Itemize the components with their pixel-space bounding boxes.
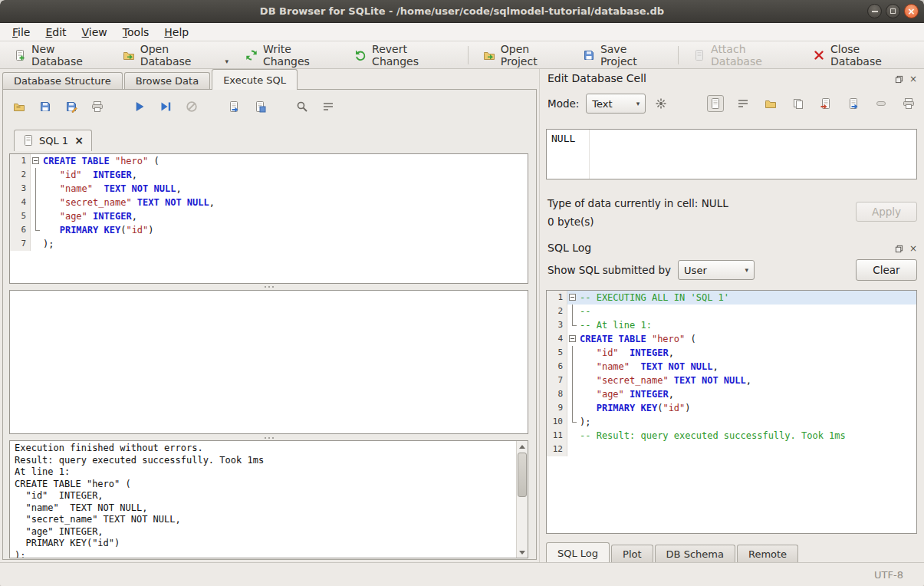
save-sql-file-button[interactable]	[37, 98, 54, 115]
splitter-handle-2[interactable]	[9, 435, 528, 440]
close-tab-icon[interactable]: ×	[74, 135, 84, 146]
left-panel: Database StructureBrowse DataExecute SQL…	[0, 69, 539, 562]
word-wrap-button[interactable]	[320, 98, 337, 115]
cell-editor[interactable]: NULL	[546, 129, 917, 179]
dropdown-caret-icon[interactable]: ▾	[225, 58, 229, 67]
tab-sql-1[interactable]: SQL 1 ×	[14, 130, 92, 151]
menu-view[interactable]: View	[74, 24, 115, 41]
tab-db-schema[interactable]: DB Schema	[655, 545, 735, 562]
execute-all-button[interactable]	[131, 98, 148, 115]
tab-execute-sql[interactable]: Execute SQL	[212, 69, 298, 90]
sql-toolbar	[11, 96, 531, 117]
scrollbar[interactable]	[516, 441, 528, 558]
open-data-button[interactable]	[762, 95, 779, 112]
menu-tools[interactable]: Tools	[115, 24, 157, 41]
revert-changes-button[interactable]: Revert Changes	[347, 39, 461, 71]
write-changes-button[interactable]: Write Changes	[238, 39, 345, 71]
submitter-select[interactable]: User ▾	[678, 260, 755, 280]
cell-size-info: 0 byte(s)	[547, 216, 594, 228]
clear-button[interactable]: Clear	[856, 259, 917, 281]
line-number: 10	[547, 415, 567, 429]
open-database-button[interactable]: Open Database▾	[115, 39, 236, 71]
scrollbar-thumb[interactable]	[518, 453, 527, 497]
float-panel-icon[interactable]	[894, 74, 903, 84]
line-number: 6	[10, 223, 31, 237]
export-csv-button[interactable]	[225, 98, 242, 115]
save-sql-as-button[interactable]	[63, 98, 80, 115]
new-database-button[interactable]: New Database	[6, 39, 113, 71]
save-sql-as-icon	[65, 100, 77, 113]
titlebar[interactable]: DB Browser for SQLite - /home/user/code/…	[0, 0, 924, 23]
chevron-down-icon: ▾	[745, 266, 749, 274]
attach-database-button[interactable]: Attach Database	[686, 39, 804, 71]
export-data-button[interactable]	[845, 95, 862, 112]
tab-plot[interactable]: Plot	[611, 545, 653, 562]
scroll-down-icon[interactable]	[517, 547, 528, 558]
toolbar-button-label: Revert Changes	[372, 43, 453, 67]
code-line-body: --	[567, 305, 916, 318]
set-null-button[interactable]	[873, 95, 889, 112]
tab-browse-data[interactable]: Browse Data	[124, 72, 211, 90]
print-button[interactable]	[900, 95, 917, 112]
find-replace-button[interactable]	[294, 98, 311, 115]
menu-edit[interactable]: Edit	[38, 24, 74, 41]
mode-label: Mode:	[547, 97, 579, 110]
close-button[interactable]: ×	[904, 4, 919, 18]
fold-toggle-icon[interactable]	[569, 294, 576, 301]
stop-button[interactable]	[183, 98, 200, 115]
filter-label: Show SQL submitted by	[547, 264, 671, 276]
print-button[interactable]	[89, 98, 106, 115]
line-number: 7	[547, 374, 567, 387]
output-line: CREATE TABLE "hero" (	[15, 479, 512, 491]
maximize-button[interactable]	[886, 4, 900, 18]
code-line: 1-- EXECUTING ALL IN 'SQL 1'	[547, 291, 916, 305]
minimize-button[interactable]	[867, 4, 882, 18]
close-panel-icon[interactable]: ×	[909, 244, 918, 253]
scroll-up-icon[interactable]	[517, 441, 528, 452]
code-text: "age" INTEGER,	[41, 209, 137, 223]
find-replace-icon	[296, 100, 308, 113]
minimize-icon	[872, 11, 878, 12]
output-line: At line 1:	[15, 466, 512, 479]
tab-remote[interactable]: Remote	[737, 545, 798, 562]
fold-toggle-icon[interactable]	[32, 157, 39, 164]
save-project-button[interactable]: Save Project	[575, 39, 671, 71]
menu-file[interactable]: File	[5, 24, 38, 41]
output-line: "name" TEXT NOT NULL,	[15, 502, 512, 515]
line-number: 2	[547, 305, 567, 318]
copy-data-button[interactable]	[790, 95, 807, 112]
import-data-button[interactable]	[817, 95, 834, 112]
sql-log-view[interactable]: 1-- EXECUTING ALL IN 'SQL 1'2--3-- At li…	[546, 290, 917, 534]
code-text: "name" TEXT NOT NULL,	[41, 182, 182, 196]
cell-settings-button[interactable]	[653, 95, 669, 112]
word-wrap-button[interactable]	[735, 95, 751, 112]
execute-line-button[interactable]	[157, 98, 174, 115]
code-text: CREATE TABLE "hero" (	[578, 332, 696, 346]
close-panel-icon[interactable]: ×	[909, 74, 918, 84]
output-line: );	[15, 550, 512, 559]
apply-button[interactable]: Apply	[856, 202, 917, 222]
save-results-button[interactable]	[252, 98, 268, 115]
output-line: PRIMARY KEY("id")	[15, 538, 512, 550]
tab-database-structure[interactable]: Database Structure	[2, 72, 123, 90]
code-line: 5 "id" INTEGER,	[547, 346, 916, 360]
code-line-body: "secret_name" TEXT NOT NULL,	[567, 374, 916, 387]
close-database-button[interactable]: Close Database	[805, 39, 918, 71]
fold-toggle-icon[interactable]	[569, 335, 576, 342]
code-text: -- EXECUTING ALL IN 'SQL 1'	[578, 291, 729, 305]
menu-help[interactable]: Help	[156, 24, 196, 41]
fold-margin	[567, 291, 578, 305]
execution-output-pane[interactable]: Execution finished without errors.Result…	[9, 440, 528, 558]
toolbar-button-label: New Database	[31, 43, 106, 67]
open-project-button[interactable]: Open Project	[475, 39, 574, 71]
sql-editor[interactable]: 1CREATE TABLE "hero" (2 "id" INTEGER,3 "…	[9, 153, 528, 284]
mode-select[interactable]: Text ▾	[586, 94, 646, 114]
float-panel-icon[interactable]	[894, 244, 903, 253]
submitter-select-value: User	[684, 265, 707, 276]
text-mode-button[interactable]	[707, 95, 724, 112]
tab-sql-log[interactable]: SQL Log	[546, 542, 610, 562]
splitter-handle[interactable]	[9, 284, 528, 289]
mode-select-value: Text	[592, 98, 612, 110]
open-sql-file-button[interactable]	[11, 98, 28, 115]
code-line-body	[567, 443, 916, 456]
